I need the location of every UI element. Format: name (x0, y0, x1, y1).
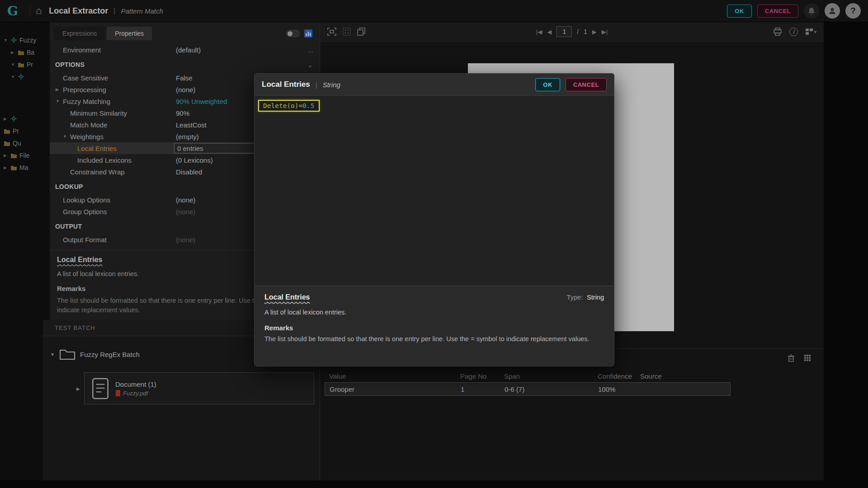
dialog-subtitle: String (323, 81, 340, 89)
dialog-title: Local Entries (262, 80, 310, 89)
dialog-help-section: Local Entries Type: String A list of loc… (255, 286, 614, 366)
dialog-ok-button[interactable]: OK (535, 78, 560, 91)
entry-weight: 0.5 (302, 102, 314, 109)
dialog-cancel-button[interactable]: CANCEL (566, 78, 607, 91)
local-entries-dialog: Local Entries | String OK CANCEL Delete(… (254, 73, 614, 366)
help-remarks-title: Remarks (264, 324, 604, 332)
type-value: String (587, 294, 604, 301)
help-title: Local Entries (264, 293, 310, 301)
dialog-title-separator: | (316, 81, 317, 89)
entry-key: Delete(o)= (263, 102, 302, 109)
entries-editor[interactable]: Delete(o)=0.5 (255, 96, 614, 286)
help-text: A list of local lexicon entries. (264, 309, 604, 316)
type-label: Type: (567, 294, 583, 301)
dialog-titlebar: Local Entries | String OK CANCEL (255, 74, 614, 96)
help-remarks-text: The list should be formatted so that the… (264, 335, 604, 343)
lexicon-entry[interactable]: Delete(o)=0.5 (258, 100, 320, 112)
